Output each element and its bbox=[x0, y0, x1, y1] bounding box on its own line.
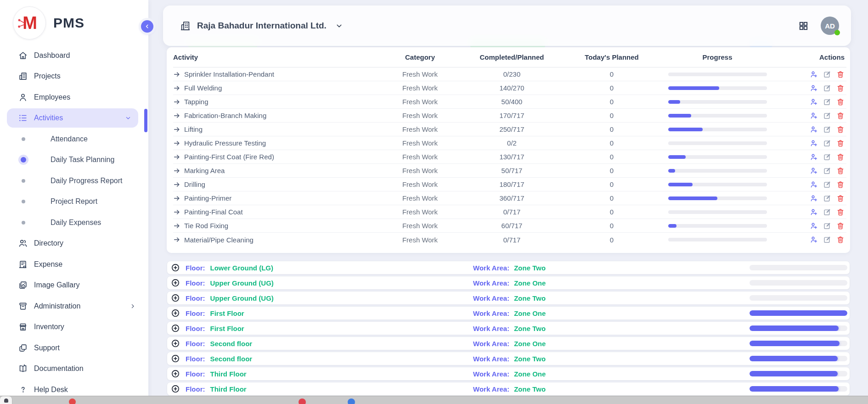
user-avatar[interactable]: AD bbox=[821, 17, 839, 35]
work-area-label: Work Area: bbox=[473, 340, 509, 348]
edit-button[interactable] bbox=[823, 70, 831, 79]
assign-user-button[interactable] bbox=[810, 180, 818, 189]
delete-button[interactable] bbox=[836, 70, 845, 79]
edit-button[interactable] bbox=[823, 125, 831, 134]
edit-button[interactable] bbox=[823, 194, 831, 202]
delete-button[interactable] bbox=[836, 84, 845, 92]
floor-row: Floor: Second floor Work Area: Zone One bbox=[167, 337, 850, 350]
expand-floor-button[interactable] bbox=[171, 263, 180, 272]
edit-button[interactable] bbox=[823, 98, 831, 106]
floor-progress-fill bbox=[750, 310, 847, 316]
delete-button[interactable] bbox=[836, 153, 845, 161]
sidebar-subitem-daily-progress-report[interactable]: Daily Progress Report bbox=[0, 170, 148, 191]
assign-user-button[interactable] bbox=[810, 194, 818, 202]
edit-button[interactable] bbox=[823, 153, 831, 161]
arrow-right-icon bbox=[173, 195, 180, 202]
expand-floor-button[interactable] bbox=[171, 324, 180, 333]
progress-bar-fill bbox=[668, 169, 675, 173]
sidebar-item-projects[interactable]: Projects bbox=[0, 66, 148, 87]
delete-button[interactable] bbox=[836, 112, 845, 120]
delete-button[interactable] bbox=[836, 194, 845, 202]
assign-user-button[interactable] bbox=[810, 167, 818, 175]
delete-button[interactable] bbox=[836, 180, 845, 189]
expand-floor-button[interactable] bbox=[171, 293, 180, 303]
sidebar-item-image-gallary[interactable]: Image Gallary bbox=[0, 275, 148, 296]
floor-label: Floor: bbox=[186, 340, 205, 348]
logo-circuit-decoration bbox=[17, 17, 27, 31]
sidebar-item-activities[interactable]: Activities bbox=[7, 108, 138, 128]
sidebar-subitem-attendance[interactable]: Attendance bbox=[0, 129, 148, 150]
edit-button[interactable] bbox=[823, 84, 831, 92]
chevron-right-icon bbox=[129, 303, 136, 310]
sidebar-subitem-project-report[interactable]: Project Report bbox=[0, 191, 148, 213]
expand-floor-button[interactable] bbox=[171, 278, 180, 287]
expand-floor-button[interactable] bbox=[171, 339, 180, 348]
completed-planned-value: 140/270 bbox=[460, 84, 564, 92]
delete-button[interactable] bbox=[836, 98, 845, 106]
sidebar-collapse-button[interactable] bbox=[141, 20, 153, 33]
progress-bar bbox=[668, 114, 767, 118]
bullet-dot-icon bbox=[21, 136, 26, 142]
os-taskbar[interactable] bbox=[0, 396, 868, 404]
people-icon bbox=[17, 238, 28, 249]
edit-button[interactable] bbox=[823, 180, 831, 189]
assign-user-button[interactable] bbox=[810, 98, 818, 106]
delete-button[interactable] bbox=[836, 222, 845, 230]
assign-user-button[interactable] bbox=[810, 153, 818, 161]
sidebar-item-directory[interactable]: Directory bbox=[0, 233, 148, 254]
edit-button[interactable] bbox=[823, 139, 831, 147]
assign-user-button[interactable] bbox=[810, 208, 818, 216]
expand-floor-button[interactable] bbox=[171, 384, 180, 393]
progress-bar-fill bbox=[668, 114, 692, 118]
expand-floor-button[interactable] bbox=[171, 309, 180, 318]
assign-user-button[interactable] bbox=[810, 84, 818, 92]
app-title: PMS bbox=[53, 15, 85, 31]
sidebar-item-dashboard[interactable]: Dashboard bbox=[0, 45, 148, 66]
edit-icon bbox=[823, 222, 831, 230]
delete-button[interactable] bbox=[836, 236, 845, 244]
arrow-right-icon bbox=[173, 140, 180, 147]
taskbar-icon[interactable] bbox=[299, 398, 306, 404]
sidebar-item-inventory[interactable]: Inventory bbox=[0, 317, 148, 338]
trash-icon bbox=[836, 70, 845, 79]
expand-floor-button[interactable] bbox=[171, 369, 180, 378]
assign-user-button[interactable] bbox=[810, 222, 818, 230]
progress-bar bbox=[668, 169, 767, 173]
work-area-label: Work Area: bbox=[473, 279, 509, 287]
sidebar-item-expense[interactable]: Expense bbox=[0, 254, 148, 275]
delete-button[interactable] bbox=[836, 125, 845, 134]
taskbar-icon[interactable] bbox=[348, 398, 355, 404]
progress-bar bbox=[668, 100, 767, 104]
delete-button[interactable] bbox=[836, 167, 845, 175]
sidebar-subitem-daily-expenses[interactable]: Daily Expenses bbox=[0, 212, 148, 233]
person-plus-icon bbox=[810, 153, 818, 161]
apps-grid-button[interactable] bbox=[798, 21, 809, 31]
edit-button[interactable] bbox=[823, 167, 831, 175]
edit-button[interactable] bbox=[823, 208, 831, 216]
delete-button[interactable] bbox=[836, 139, 845, 147]
completed-planned-value: 130/717 bbox=[460, 153, 564, 161]
assign-user-button[interactable] bbox=[810, 70, 818, 79]
assign-user-button[interactable] bbox=[810, 112, 818, 120]
edit-icon bbox=[823, 139, 831, 147]
sidebar-item-documentation[interactable]: Documentation bbox=[0, 359, 148, 380]
taskbar-icon[interactable] bbox=[69, 398, 76, 404]
work-area-label: Work Area: bbox=[473, 294, 509, 302]
edit-button[interactable] bbox=[823, 222, 831, 230]
expand-floor-button[interactable] bbox=[171, 354, 180, 363]
assign-user-button[interactable] bbox=[810, 139, 818, 147]
top-header: Raja Bahadur International Ltd. AD bbox=[163, 6, 851, 46]
sidebar-subitem-daily-task-planning[interactable]: Daily Task Planning bbox=[0, 150, 148, 171]
delete-button[interactable] bbox=[836, 208, 845, 216]
sidebar-item-support[interactable]: Support bbox=[0, 337, 148, 359]
assign-user-button[interactable] bbox=[810, 236, 818, 244]
assign-user-button[interactable] bbox=[810, 125, 818, 134]
taskbar-app-icon[interactable] bbox=[0, 396, 12, 404]
sidebar-item-employees[interactable]: Employees bbox=[0, 87, 148, 108]
edit-icon bbox=[823, 167, 831, 175]
work-area-name: Zone Two bbox=[514, 355, 546, 363]
edit-button[interactable] bbox=[823, 236, 831, 244]
company-selector[interactable]: Raja Bahadur International Ltd. bbox=[180, 20, 343, 32]
sidebar-item-administration[interactable]: Administration bbox=[0, 296, 148, 317]
edit-button[interactable] bbox=[823, 112, 831, 120]
